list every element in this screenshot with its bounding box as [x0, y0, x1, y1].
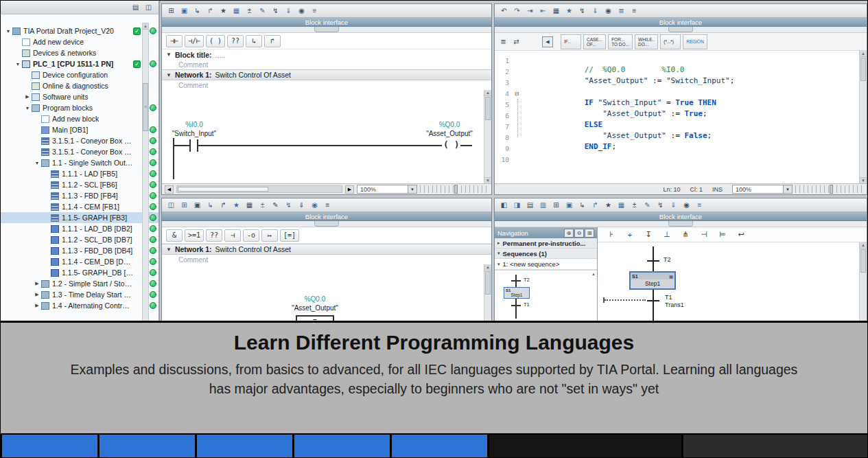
tree-item[interactable]: 1.1.1 - LAD_DB [DB2] ✓ — [1, 223, 159, 234]
tree-item[interactable]: 1.1.1 - LAD [FB5] ✓ — [1, 168, 159, 179]
transition-label[interactable]: T1 — [665, 294, 672, 301]
graph-step[interactable]: S1 ▤ Step1 — [629, 271, 676, 290]
taskbar-item[interactable] — [294, 435, 390, 457]
tree-item[interactable]: ▶ 1.4 - Alternating Control f... ✓ — [1, 300, 159, 311]
dock-icon[interactable]: ⊞ — [585, 229, 594, 238]
jump-icon[interactable]: ⊥ — [660, 229, 674, 241]
block-comment[interactable]: Comment — [162, 60, 491, 69]
collapse-handle-icon[interactable] — [314, 221, 339, 227]
zoom-select[interactable]: 100% ▼ — [357, 185, 417, 194]
close-branch-icon[interactable]: ↱ — [589, 200, 601, 211]
tree-item[interactable]: 1.1.2 - SCL_DB [DB7] ✓ — [1, 234, 159, 245]
indent-icon[interactable]: ⇥ — [524, 5, 536, 16]
close-branch-icon[interactable]: ↱ — [218, 200, 229, 211]
open-editor-icon[interactable]: ◫ — [143, 2, 154, 13]
details-view-icon[interactable]: ▤ — [130, 2, 141, 13]
monitoring-icon[interactable]: ◉ — [681, 200, 692, 211]
download-icon[interactable]: ⇓ — [589, 5, 601, 16]
block-interface-bar[interactable]: Block interface — [495, 212, 867, 221]
normally-open-contact-icon[interactable]: ⊣⊢ — [166, 35, 183, 47]
region-snippet[interactable]: REGION — [683, 34, 707, 49]
hide-sidebar-icon[interactable]: ◀ — [542, 36, 553, 47]
absolute-operands-icon[interactable]: ▦ — [231, 5, 242, 16]
tree-item[interactable]: ▶ 1.2 - Simple Start / Stop C... ✓ — [1, 278, 159, 289]
empty-box-icon[interactable]: ?? — [206, 229, 222, 242]
block-title-value[interactable]: ..... — [215, 51, 226, 59]
collapse-handle-icon[interactable] — [314, 27, 339, 32]
vertical-scrollbar[interactable]: ▲▼ — [859, 51, 867, 183]
zoom-select[interactable]: 100% ▼ — [732, 185, 793, 194]
monitoring-icon[interactable]: ◉ — [296, 5, 307, 16]
close-branch-icon[interactable]: ↱ — [204, 5, 216, 16]
move-box-icon[interactable]: [=] — [280, 229, 299, 242]
code-line[interactable]: 10 ⊟ — [495, 154, 858, 165]
sequence-end-icon[interactable]: ↩ — [734, 229, 748, 241]
download-icon[interactable]: ⇓ — [296, 200, 307, 211]
network-comment[interactable]: Comment — [162, 255, 491, 264]
tree-item[interactable]: 1.1.3 - FBD [FB4] ✓ — [1, 190, 159, 201]
taskbar-item[interactable] — [197, 435, 292, 457]
invert-input-icon[interactable]: ⊣ — [224, 229, 241, 242]
tree-item[interactable]: Add new device ✓ — [1, 36, 159, 47]
format-icon[interactable]: ≣ — [615, 5, 627, 16]
insert-network-icon[interactable]: ⊞ — [178, 200, 190, 211]
simultaneous-branch-icon[interactable]: ⋔ — [679, 229, 692, 241]
tree-item[interactable]: Online & diagnostics ✓ — [1, 80, 159, 91]
expander-icon[interactable]: ▶ — [34, 292, 40, 297]
expand-networks-icon[interactable]: ± — [257, 200, 268, 211]
or-box-icon[interactable]: >=1 — [185, 229, 204, 242]
insert-network-icon[interactable]: ⊞ — [165, 5, 177, 16]
tree-item[interactable]: ▶ 1.3 - Time Delay Start Co... ✓ — [1, 289, 159, 300]
tree-item[interactable]: 1.1.5- GRAPH_DB [DB3] ✓ — [1, 267, 159, 278]
comments-icon[interactable]: ✎ — [642, 200, 653, 211]
step-and-transition-icon[interactable]: ⊦ — [605, 229, 618, 241]
add-empty-box-icon[interactable]: ▣ — [563, 200, 575, 211]
collapse-arrow-icon[interactable]: ▼ — [166, 72, 172, 78]
redo-icon[interactable]: ↷ — [511, 5, 523, 16]
settings-icon[interactable]: ≡ — [629, 5, 640, 16]
tree-item[interactable]: ▼ 1.1 - Single Switch Output ✓ — [1, 157, 159, 168]
case-snippet[interactable]: CASE... OF... — [583, 34, 606, 49]
tree-item[interactable]: 3.1.5.1 - Coneyor Box Co... ✓ — [1, 135, 159, 146]
favorites-icon[interactable]: ★ — [231, 200, 242, 211]
tree-item[interactable]: Main [OB1] ✓ — [1, 124, 159, 135]
transition-symbol[interactable] — [647, 260, 659, 262]
block-title-row[interactable]: ▼ Block title: ..... — [162, 49, 491, 60]
block-interface-bar[interactable]: Block interface — [495, 18, 867, 27]
favorites-icon[interactable]: ★ — [563, 5, 575, 16]
open-branch-icon[interactable]: ↳ — [246, 35, 262, 47]
coil-icon[interactable]: ( ) — [206, 35, 225, 47]
alternative-branch-icon[interactable]: ⊣ — [697, 229, 711, 241]
tree-item[interactable]: Devices & networks ✓ — [1, 47, 159, 58]
tree-item[interactable]: 1.1.4 - CEM_DB [DB5] ✓ — [1, 256, 159, 267]
tree-item[interactable]: 1.1.2 - SCL [FB6] ✓ — [1, 179, 159, 190]
horizontal-scrollbar[interactable] — [176, 185, 342, 193]
outline-icon[interactable]: ≣ — [497, 36, 509, 47]
scroll-left-icon[interactable]: ◀ — [165, 185, 174, 194]
favorites-icon[interactable]: ★ — [218, 5, 229, 16]
vertical-scrollbar[interactable]: ▲▼ — [484, 90, 491, 183]
scroll-up-icon[interactable]: ▲ — [591, 272, 596, 276]
insert-box-icon[interactable]: ◫ — [165, 200, 177, 211]
block-interface-bar[interactable]: Block interface — [162, 18, 491, 27]
comments-icon[interactable]: ✎ — [270, 200, 281, 211]
chevron-down-icon[interactable]: ▼ — [783, 185, 792, 193]
comments-icon[interactable]: ✎ — [257, 5, 268, 16]
tree-item[interactable]: ▼ PLC_1 [CPU 1511-1 PN] ✓ — [1, 58, 159, 69]
permanent-pre-instructions-row[interactable]: ▸ Permanent pre-instructio... — [495, 238, 597, 249]
chevron-down-icon[interactable]: ▾ — [497, 251, 500, 256]
favorites-icon[interactable]: ★ — [602, 200, 614, 211]
transition-label[interactable]: T2 — [664, 256, 671, 263]
sequences-row[interactable]: ▾ Sequences (1) — [495, 249, 597, 259]
negate-output-icon[interactable]: -o — [243, 229, 259, 242]
taskbar-item[interactable] — [392, 435, 487, 457]
expander-icon[interactable]: ▼ — [24, 106, 31, 111]
tree-item[interactable]: 1.1.5- GRAPH [FB3] ✓ — [1, 212, 159, 223]
transition-symbol[interactable] — [647, 300, 659, 301]
mini-step[interactable]: S1 Step1 — [504, 287, 530, 299]
assignment-icon[interactable]: ↦ — [261, 229, 278, 242]
compile-icon[interactable]: ↯ — [576, 5, 588, 16]
coil-operand[interactable]: %Q0.0 "Asset_Output" — [408, 120, 491, 138]
expand-networks-icon[interactable]: ± — [244, 5, 255, 16]
compile-icon[interactable]: ↯ — [270, 5, 281, 16]
